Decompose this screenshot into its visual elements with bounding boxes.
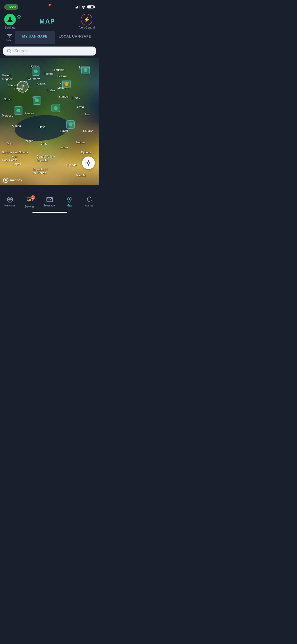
label-djibouti: Djibouti [81, 151, 91, 154]
home-indicator [32, 212, 67, 213]
alert-label: Alert Central [79, 26, 95, 29]
filter-button[interactable]: Filter [4, 31, 15, 44]
tab-my-uan-safe[interactable]: MY UAN-SAFE [15, 31, 55, 44]
nav-item-message[interactable]: Message [40, 195, 59, 208]
nav-item-alarms[interactable]: Alarms [79, 195, 99, 208]
device-dot [54, 106, 58, 110]
nav-item-networks[interactable]: Networks [0, 195, 20, 208]
search-input[interactable] [14, 49, 92, 53]
label-lithuania: Lithuania [53, 68, 64, 71]
label-burkina: Burkina Faso [2, 151, 19, 154]
filter-icon [7, 33, 12, 38]
label-sudan: Sudan [59, 146, 68, 149]
device-marker-spain[interactable] [14, 106, 22, 115]
networks-icon [7, 196, 13, 203]
label-chad: Chad [41, 142, 48, 145]
device-marker-ukraine[interactable] [62, 80, 71, 88]
nav-label-alarms: Alarms [85, 204, 93, 207]
label-germany: Germany [28, 77, 40, 80]
tabs: MY UAN-SAFE LOCAL UAN-SAFE [15, 31, 95, 44]
nav-item-devices[interactable]: 2 Devices [20, 195, 40, 209]
cluster-dot [25, 81, 27, 83]
label-lagos: Lagos [13, 162, 21, 165]
nav-label-devices: Devices [25, 205, 35, 208]
battery-icon [87, 5, 95, 8]
search-box [3, 47, 96, 56]
location-button[interactable] [82, 157, 95, 169]
label-tunisia: Tunisia [25, 112, 34, 115]
nav-item-map[interactable]: Map [59, 195, 79, 208]
device-dot [34, 70, 38, 73]
label-saudi: Saudi A... [83, 129, 96, 132]
alarms-icon [86, 196, 93, 203]
cluster-number: 2 [21, 84, 24, 90]
signal-icon [75, 5, 79, 8]
label-syria: Syria [77, 105, 84, 108]
wifi-icon [81, 5, 86, 9]
nav-label-map: Map [67, 204, 72, 207]
mapbox-text: mapbox [10, 178, 22, 182]
location-icon [85, 160, 92, 166]
label-ivory: Ivory Coast [2, 158, 17, 162]
label-nairobi: Nairobi [76, 174, 86, 177]
svg-line-8 [10, 52, 11, 53]
cluster-marker-london[interactable]: 2 [17, 81, 29, 93]
header: Settings MAP ⚡ Alert Central [0, 12, 99, 31]
device-marker-cairo[interactable] [66, 120, 75, 129]
tab-local-uan-safe[interactable]: LOCAL UAN-SAFE [55, 31, 95, 44]
search-container [0, 44, 99, 58]
label-istanbul: Istanbul [58, 95, 69, 98]
label-congo: Republic ofthe Congo [33, 167, 47, 175]
nav-label-networks: Networks [4, 204, 16, 207]
mapbox-attribution: mapbox [3, 178, 22, 183]
device-dot [69, 123, 72, 126]
svg-point-22 [69, 198, 70, 200]
bolt-icon: ⚡ [83, 16, 90, 23]
label-mali: Mali [7, 142, 12, 145]
bottom-nav: Networks 2 Devices Message Map [0, 193, 99, 215]
device-marker-denmark[interactable] [32, 67, 40, 76]
map-container[interactable]: UnitedKingdom Denma... Lithuania Moscow … [0, 58, 99, 185]
label-morocco: Morocco [2, 114, 13, 117]
label-iraq: Iraq [85, 113, 90, 116]
svg-point-0 [9, 17, 11, 20]
nav-tabs-container: Filter MY UAN-SAFE LOCAL UAN-SAFE [0, 31, 99, 44]
person-icon [6, 16, 14, 23]
device-dot [16, 109, 20, 112]
device-dot-orange [65, 82, 68, 86]
device-dot [84, 68, 87, 72]
label-london: London [8, 84, 18, 87]
device-dot [35, 99, 39, 102]
device-marker-italy[interactable] [33, 96, 41, 105]
status-time: 15:29 [4, 4, 18, 10]
search-icon [7, 49, 12, 53]
mapbox-logo: mapbox [3, 178, 22, 183]
nav-label-message: Message [44, 204, 55, 207]
label-togo: Togo [11, 155, 17, 158]
label-poland: Poland [44, 72, 53, 75]
devices-badge: 2 [31, 195, 35, 200]
device-marker-greece[interactable] [51, 104, 60, 112]
svg-point-6 [9, 36, 10, 38]
map-background: UnitedKingdom Denma... Lithuania Moscow … [0, 58, 99, 185]
sea-overlay [14, 113, 70, 143]
svg-point-9 [87, 162, 89, 164]
svg-point-5 [10, 35, 11, 36]
label-uk: UnitedKingdom [2, 73, 13, 81]
label-eritrea: Eritrea [76, 141, 85, 144]
status-bar: 15:29 [0, 0, 99, 12]
label-belarus: Belarus [58, 75, 67, 78]
page-title: MAP [39, 18, 55, 25]
settings-label: Settings [5, 26, 15, 29]
label-uganda: Uganda [66, 163, 77, 167]
svg-point-4 [8, 34, 9, 35]
device-marker-moscow[interactable] [81, 66, 90, 74]
message-icon [46, 196, 53, 203]
label-car: Central AfricanRepublic [37, 155, 56, 162]
label-nigeria: Nigeria [19, 151, 28, 154]
settings-button[interactable]: Settings [4, 14, 16, 29]
wifi-green-icon [15, 14, 23, 20]
map-icon [66, 196, 73, 203]
alert-central-button[interactable]: ⚡ Alert Central [79, 14, 95, 29]
filter-label: Filter [6, 39, 13, 42]
